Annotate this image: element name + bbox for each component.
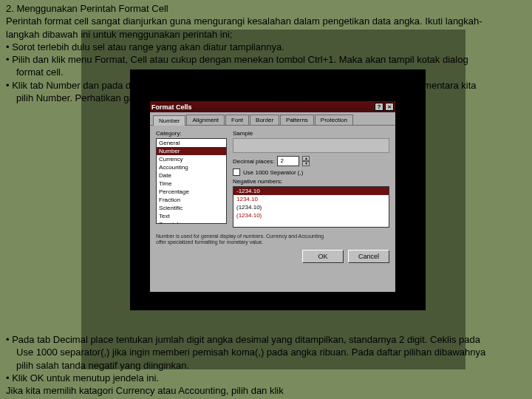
bullet-line: Use 1000 separator(,) jika ingin memberi… (6, 347, 526, 358)
list-item[interactable]: Number (157, 147, 226, 155)
separator-label: Use 1000 Separator (,) (243, 169, 303, 176)
list-item[interactable]: Special (157, 220, 226, 224)
list-item[interactable]: Percentage (157, 188, 226, 196)
tab-protection[interactable]: Protection (315, 115, 353, 125)
help-button[interactable]: ? (375, 103, 383, 111)
dialog-tabs: Number Alignment Font Border Patterns Pr… (150, 112, 395, 126)
dialog-titlebar: Format Cells ? × (150, 101, 395, 112)
bullet-line: • Pada tab Decimal place tentukan jumlah… (6, 334, 526, 346)
negative-numbers-listbox[interactable]: -1234.10 1234.10 (1234.10) (1234.10) (233, 186, 389, 228)
para-line: Perintah format cell sangat dianjurkan g… (6, 16, 526, 27)
sample-box (233, 138, 389, 153)
spin-down-icon[interactable]: ▼ (302, 161, 310, 166)
list-item[interactable]: 1234.10 (233, 195, 389, 203)
list-item[interactable]: Text (157, 212, 226, 220)
list-item[interactable]: Scientific (157, 204, 226, 212)
category-description: Number is used for general display of nu… (150, 231, 395, 245)
para-line: langkah dibawah ini untuk menggunakan pe… (6, 29, 526, 41)
list-item[interactable]: (1234.10) (233, 211, 389, 219)
para-line: Jika kita memilih katagori Currency atau… (6, 385, 526, 397)
list-item[interactable]: Time (157, 180, 226, 188)
sample-label: Sample (233, 130, 389, 137)
bullet-line: • Klik OK untuk menutup jendela ini. (6, 372, 526, 384)
bullet-line: • Sorot terlebih dulu sel atau range yan… (6, 41, 526, 53)
list-item[interactable]: Fraction (157, 196, 226, 204)
bullet-line: pilih salah tanda negatif yang diinginka… (6, 360, 526, 372)
decimal-label: Decimal places: (233, 158, 274, 165)
cancel-button[interactable]: Cancel (348, 250, 389, 263)
category-listbox[interactable]: General Number Currency Accounting Date … (156, 138, 227, 224)
thousand-separator-checkbox[interactable] (233, 168, 240, 176)
heading: 2. Menggunakan Perintah Format Cell (6, 3, 526, 15)
list-item[interactable]: (1234.10) (233, 203, 389, 211)
format-cells-dialog: Format Cells ? × Number Alignment Font B… (149, 100, 396, 293)
list-item[interactable]: Accounting (157, 163, 226, 171)
close-button[interactable]: × (385, 103, 394, 111)
tab-patterns[interactable]: Patterns (280, 115, 314, 125)
dialog-title: Format Cells (151, 103, 192, 111)
tab-font[interactable]: Font (225, 115, 249, 125)
tab-number[interactable]: Number (153, 115, 185, 126)
spin-up-icon[interactable]: ▲ (302, 156, 310, 161)
list-item[interactable]: -1234.10 (233, 187, 389, 195)
bullet-line: • Pilih dan klik menu Format, Cell atau … (6, 54, 526, 66)
tab-alignment[interactable]: Alignment (186, 115, 225, 125)
negnum-label: Negative numbers: (233, 178, 389, 185)
list-item[interactable]: General (157, 139, 226, 147)
tab-border[interactable]: Border (250, 115, 279, 125)
list-item[interactable]: Currency (157, 155, 226, 163)
list-item[interactable]: Date (157, 171, 226, 180)
ok-button[interactable]: OK (302, 250, 344, 263)
category-label: Category: (156, 130, 227, 137)
decimal-places-input[interactable]: 2 (277, 156, 299, 166)
